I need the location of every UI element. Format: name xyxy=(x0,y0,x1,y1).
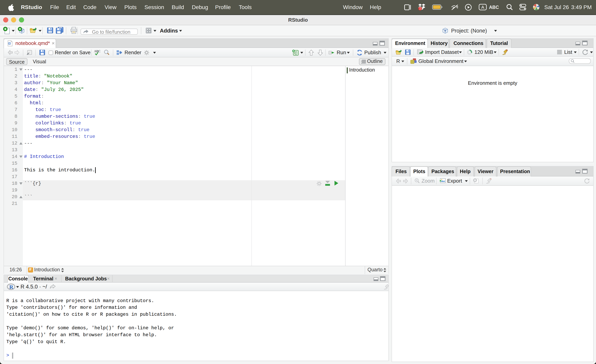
svg-text:R: R xyxy=(9,284,13,290)
svg-text:ABC: ABC xyxy=(94,49,100,53)
svg-text:C: C xyxy=(294,51,297,55)
svg-text:A: A xyxy=(481,5,484,10)
svg-text:R: R xyxy=(444,29,447,32)
svg-text:2: 2 xyxy=(419,7,421,10)
